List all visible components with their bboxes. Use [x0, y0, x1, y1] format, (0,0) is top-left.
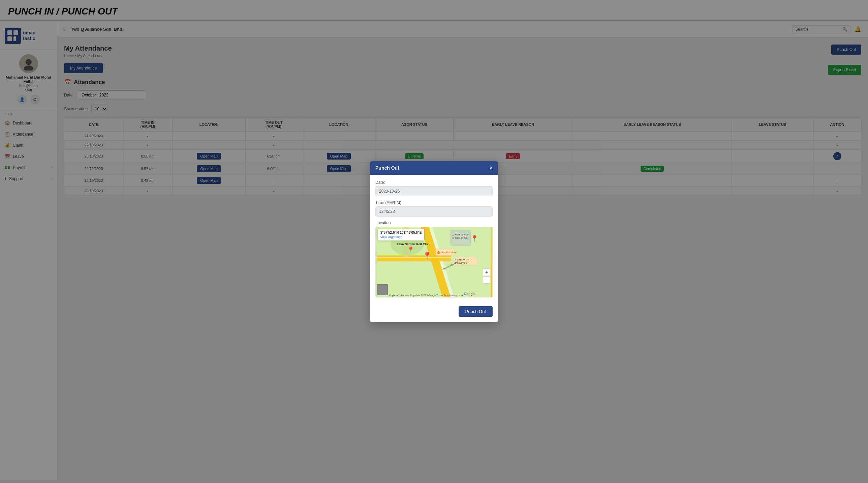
time-field-label: Time (AM/PM):	[375, 200, 493, 205]
map-credits: Keyboard shortcuts Map data ©2023 Google…	[389, 294, 464, 296]
modal-close-button[interactable]: ×	[490, 165, 493, 171]
svg-text:Palm Garden Golf Club: Palm Garden Golf Club	[397, 243, 430, 246]
map-marker-orange-icon: 📍	[471, 235, 478, 242]
date-field-value: 2023-10-25	[375, 186, 493, 196]
svg-text:Zion Residence: Zion Residence	[452, 233, 468, 235]
modal-body: Date: 2023-10-25 Time (AM/PM): 12:45:23 …	[370, 175, 498, 303]
modal-header: Punch Out ×	[370, 161, 498, 175]
punch-out-modal: Punch Out × Date: 2023-10-25 Time (AM/PM…	[370, 161, 498, 322]
location-field-label: Location	[375, 221, 493, 225]
time-field-value: 12:45:23	[375, 206, 493, 217]
map-background: Palm Garden Golf Club Zion Residence er …	[376, 227, 492, 297]
map-zoom-out-button[interactable]: −	[483, 276, 490, 284]
svg-rect-10	[377, 257, 451, 258]
date-field-label: Date:	[375, 180, 493, 185]
modal-map: Palm Garden Golf Club Zion Residence er …	[375, 227, 493, 297]
svg-text:er C&D @ IOI...: er C&D @ IOI...	[452, 236, 469, 239]
google-logo: Google	[464, 292, 475, 296]
map-info-box: 2°57'52.6"N 101°43'05.6"E View larger ma…	[378, 229, 424, 241]
map-coordinates: 2°57'52.6"N 101°43'05.6"E	[380, 230, 422, 235]
map-zoom-controls: + −	[483, 268, 490, 284]
map-marker-red-icon: 📍	[423, 252, 432, 260]
modal-overlay[interactable]: Punch Out × Date: 2023-10-25 Time (AM/PM…	[0, 0, 868, 480]
map-thumbnail	[377, 284, 388, 295]
map-view-link[interactable]: View larger map	[380, 235, 422, 239]
map-zoom-in-button[interactable]: +	[483, 268, 490, 276]
punch-out-modal-button[interactable]: Punch Out	[459, 306, 493, 317]
map-marker-green-icon: 📍	[407, 246, 414, 254]
svg-text:🍊 GULP Coffee: 🍊 GULP Coffee	[437, 251, 457, 254]
modal-title: Punch Out	[375, 165, 399, 171]
modal-footer: Punch Out	[370, 303, 498, 322]
